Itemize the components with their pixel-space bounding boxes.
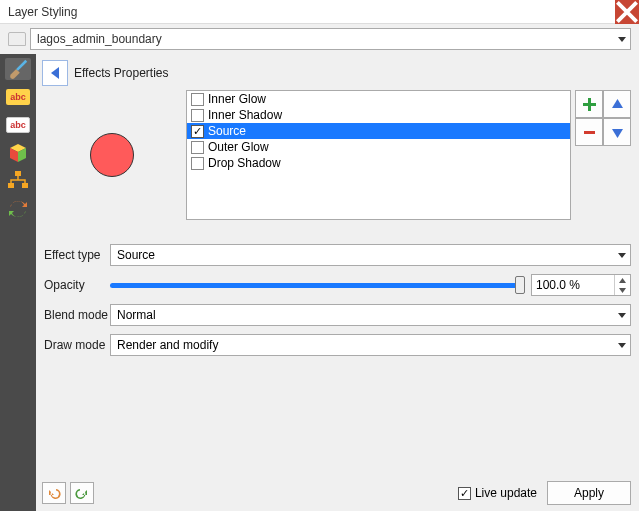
effect-checkbox[interactable] <box>191 157 204 170</box>
redo-button[interactable] <box>70 482 94 504</box>
symbol-preview <box>42 90 182 220</box>
effect-checkbox[interactable] <box>191 93 204 106</box>
live-update-checkbox[interactable]: ✓ <box>458 487 471 500</box>
effect-type-select[interactable]: Source <box>110 244 631 266</box>
svg-marker-13 <box>619 288 626 293</box>
draw-mode-select[interactable]: Render and modify <box>110 334 631 356</box>
slider-thumb[interactable] <box>515 276 525 294</box>
back-button[interactable] <box>42 60 68 86</box>
effect-checkbox[interactable] <box>191 141 204 154</box>
opacity-value: 100.0 % <box>532 278 614 292</box>
preview-symbol <box>90 133 134 177</box>
svg-marker-11 <box>612 129 623 138</box>
footer: ✓ Live update Apply <box>42 481 631 505</box>
live-update-label: Live update <box>475 486 537 500</box>
chevron-down-icon <box>618 313 626 318</box>
effect-label: Source <box>208 124 246 138</box>
blend-mode-select[interactable]: Normal <box>110 304 631 326</box>
svg-marker-6 <box>51 67 59 79</box>
spin-up[interactable] <box>615 275 630 285</box>
draw-mode-label: Draw mode <box>42 338 110 352</box>
svg-rect-8 <box>583 103 596 106</box>
effect-label: Inner Shadow <box>208 108 282 122</box>
sidebar-labels-yellow[interactable]: abc <box>5 86 31 108</box>
svg-rect-3 <box>15 171 21 176</box>
svg-rect-5 <box>22 183 28 188</box>
chevron-down-icon <box>618 343 626 348</box>
sidebar: abc abc <box>0 54 36 511</box>
sidebar-3d[interactable] <box>5 142 31 164</box>
spin-down[interactable] <box>615 285 630 295</box>
blend-mode-value: Normal <box>117 308 156 322</box>
chevron-down-icon <box>618 37 626 42</box>
effect-label: Inner Glow <box>208 92 266 106</box>
move-down-button[interactable] <box>603 118 631 146</box>
window-title: Layer Styling <box>8 5 77 19</box>
title-bar: Layer Styling <box>0 0 639 24</box>
effect-type-value: Source <box>117 248 155 262</box>
layer-select-row: lagos_admin_boundary <box>0 24 639 54</box>
effect-row[interactable]: Drop Shadow <box>187 155 570 171</box>
effect-checkbox[interactable] <box>191 109 204 122</box>
svg-rect-10 <box>584 131 595 134</box>
panel-title: Effects Properties <box>74 66 169 80</box>
effect-row[interactable]: Outer Glow <box>187 139 570 155</box>
svg-marker-12 <box>619 278 626 283</box>
add-effect-button[interactable] <box>575 90 603 118</box>
layer-select[interactable]: lagos_admin_boundary <box>30 28 631 50</box>
remove-effect-button[interactable] <box>575 118 603 146</box>
effect-row[interactable]: Inner Shadow <box>187 107 570 123</box>
effect-label: Drop Shadow <box>208 156 281 170</box>
opacity-slider[interactable] <box>110 274 525 296</box>
effect-row[interactable]: ✓ Source <box>187 123 570 139</box>
effect-type-label: Effect type <box>42 248 106 262</box>
live-update-toggle[interactable]: ✓ Live update <box>458 486 537 500</box>
effect-checkbox[interactable]: ✓ <box>191 125 204 138</box>
undo-button[interactable] <box>42 482 66 504</box>
move-up-button[interactable] <box>603 90 631 118</box>
sidebar-symbology[interactable] <box>5 58 31 80</box>
chevron-down-icon <box>618 253 626 258</box>
sidebar-refresh[interactable] <box>5 198 31 220</box>
sidebar-labels-white[interactable]: abc <box>5 114 31 136</box>
effect-row[interactable]: Inner Glow <box>187 91 570 107</box>
effects-buttons <box>575 90 631 146</box>
svg-marker-9 <box>612 99 623 108</box>
effects-list[interactable]: Inner Glow Inner Shadow ✓ Source Outer G… <box>186 90 571 220</box>
draw-mode-value: Render and modify <box>117 338 218 352</box>
main-panel: Effects Properties Inner Glow Inner Shad… <box>36 54 639 511</box>
apply-label: Apply <box>574 486 604 500</box>
layer-select-value: lagos_admin_boundary <box>37 32 162 46</box>
sidebar-diagram[interactable] <box>5 170 31 192</box>
svg-rect-4 <box>8 183 14 188</box>
effect-label: Outer Glow <box>208 140 269 154</box>
apply-button[interactable]: Apply <box>547 481 631 505</box>
close-button[interactable] <box>615 0 639 24</box>
blend-mode-label: Blend mode <box>42 308 110 322</box>
opacity-label: Opacity <box>42 278 110 292</box>
folder-icon <box>8 32 26 46</box>
opacity-spinbox[interactable]: 100.0 % <box>531 274 631 296</box>
